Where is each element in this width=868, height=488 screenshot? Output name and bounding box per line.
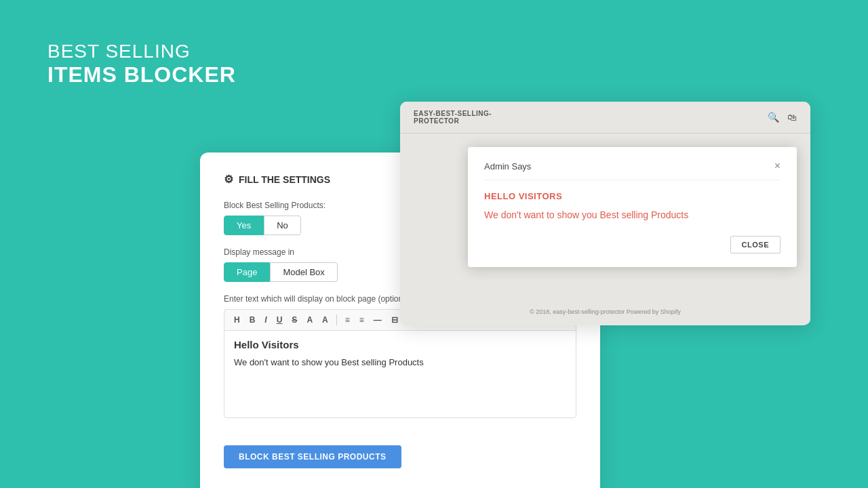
yes-button[interactable]: Yes xyxy=(224,216,264,235)
store-mockup: EASY-BEST-SELLING-PROTECTOR 🔍 🛍 Admin Sa… xyxy=(400,102,810,325)
toolbar-list-ul[interactable]: ≡ xyxy=(357,314,367,326)
toolbar-hr[interactable]: — xyxy=(371,314,384,326)
toolbar-b[interactable]: B xyxy=(247,314,258,326)
modal-close-x[interactable]: × xyxy=(774,161,781,171)
modal-dialog: Admin Says × HELLO VISITORS We don't wan… xyxy=(468,147,797,267)
store-footer: © 2018, easy-best-selling-protector Powe… xyxy=(400,308,810,315)
toolbar-i[interactable]: I xyxy=(262,314,269,326)
editor-heading: Hello Visitors xyxy=(234,339,566,350)
editor-body: We don't want to show you Best selling P… xyxy=(234,357,566,367)
store-logo: EASY-BEST-SELLING-PROTECTOR xyxy=(414,110,492,125)
editor-area[interactable]: Hello Visitors We don't want to show you… xyxy=(224,330,576,418)
cart-icon[interactable]: 🛍 xyxy=(787,112,797,123)
modal-body: We don't want to show you Best selling P… xyxy=(484,208,781,222)
toolbar-table[interactable]: ⊟ xyxy=(389,314,401,326)
gear-icon: ⚙ xyxy=(224,173,233,186)
modal-heading: HELLO VISITORS xyxy=(484,191,781,201)
hero-line1: BEST SELLING xyxy=(47,41,236,62)
toolbar-list-ol[interactable]: ≡ xyxy=(342,314,353,326)
toolbar-divider xyxy=(336,314,337,325)
store-icons: 🔍 🛍 xyxy=(768,112,797,123)
toolbar-a1[interactable]: A xyxy=(304,314,315,326)
store-body: Admin Says × HELLO VISITORS We don't wan… xyxy=(400,134,810,323)
no-button[interactable]: No xyxy=(264,216,301,235)
modal-title: Admin Says xyxy=(484,161,531,171)
toolbar-a2[interactable]: A xyxy=(319,314,331,326)
toolbar-s[interactable]: S xyxy=(289,314,300,326)
hero-line2: ITEMS BLOCKER xyxy=(47,62,236,87)
search-icon[interactable]: 🔍 xyxy=(768,112,779,123)
toolbar-h[interactable]: H xyxy=(231,314,243,326)
page-button[interactable]: Page xyxy=(224,262,270,282)
modal-header: Admin Says × xyxy=(484,161,781,180)
block-best-selling-button[interactable]: BLOCK BEST SELLING PRODUCTS xyxy=(224,445,401,468)
modelbox-button[interactable]: Model Box xyxy=(270,262,337,282)
store-header: EASY-BEST-SELLING-PROTECTOR 🔍 🛍 xyxy=(400,102,810,134)
toolbar-u[interactable]: U xyxy=(274,314,285,326)
hero-title: BEST SELLING ITEMS BLOCKER xyxy=(47,41,236,87)
modal-footer: CLOSE xyxy=(484,236,781,253)
modal-close-button[interactable]: CLOSE xyxy=(730,236,781,253)
